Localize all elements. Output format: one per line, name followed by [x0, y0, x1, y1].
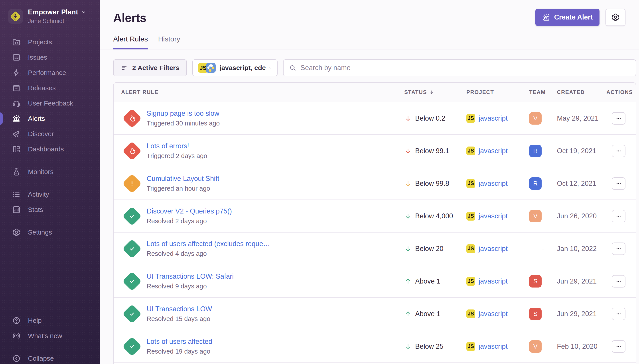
check-icon: [128, 342, 136, 351]
search-icon: [289, 64, 296, 72]
alert-rule-link[interactable]: Cumulative Layout Shift: [147, 175, 219, 183]
alert-rule-status-text: Triggered 30 minutes ago: [147, 120, 220, 127]
sidebar-item-label: Alerts: [28, 115, 45, 122]
project-link[interactable]: javascript: [479, 342, 508, 350]
project-link[interactable]: javascript: [479, 245, 508, 253]
javascript-platform-icon: JS: [466, 179, 475, 188]
alerts-settings-button[interactable]: [605, 9, 625, 26]
alert-severity-icon: [122, 142, 142, 160]
javascript-platform-icon: JS: [466, 244, 475, 253]
row-actions-button[interactable]: [612, 210, 625, 222]
sidebar-footer: Help What's new Collapse: [0, 313, 100, 364]
sidebar-item[interactable]: Settings: [0, 224, 100, 240]
row-actions-button[interactable]: [612, 112, 625, 124]
empower-plant-logo-icon: [9, 10, 22, 23]
project-selector-label: javascript, cdc: [219, 64, 266, 72]
active-filters-button[interactable]: 2 Active Filters: [113, 60, 187, 76]
ellipsis-icon: [615, 148, 622, 154]
tab[interactable]: Alert Rules: [113, 35, 148, 49]
created-date: Feb 10, 2020: [557, 342, 606, 350]
chevron-down-icon: [269, 64, 272, 71]
ellipsis-icon: [615, 343, 622, 350]
created-date: Oct 12, 2021: [557, 180, 606, 188]
row-actions-button[interactable]: [612, 177, 625, 190]
sidebar-item-label: Releases: [28, 84, 56, 92]
sidebar-item-label: Discover: [28, 130, 54, 138]
team-badge: S: [529, 308, 542, 320]
created-date: May 29, 2021: [557, 114, 606, 122]
row-actions-button[interactable]: [612, 340, 625, 353]
sidebar-item-label: Monitors: [28, 168, 54, 176]
alert-rule-link[interactable]: Lots of users affected: [147, 338, 212, 346]
alert-rule-status-text: Resolved 2 days ago: [147, 218, 232, 225]
sidebar-item[interactable]: Dashboards: [0, 142, 100, 157]
column-header[interactable]: Project: [466, 89, 529, 95]
sidebar-item[interactable]: Issues: [0, 50, 100, 65]
alert-rule-link[interactable]: Signup page is too slow: [147, 110, 220, 118]
sidebar-item[interactable]: Activity: [0, 187, 100, 202]
created-date: Jun 29, 2021: [557, 310, 606, 318]
filter-icon: [121, 64, 128, 72]
sidebar-item-label: Issues: [28, 54, 47, 61]
dashboards-icon: [12, 145, 21, 154]
sidebar-footer-item[interactable]: What's new: [0, 328, 100, 344]
column-header[interactable]: Alert Rule: [114, 89, 404, 95]
sidebar-item[interactable]: Projects: [0, 34, 100, 50]
row-actions-button[interactable]: [612, 308, 625, 320]
team-badge: S: [529, 275, 542, 288]
alert-rule-link[interactable]: Discover V2 - Queries p75(): [147, 207, 232, 215]
sidebar-item[interactable]: Releases: [0, 80, 100, 96]
flame-icon: [128, 147, 136, 155]
status-value: Below 0.2: [415, 114, 445, 122]
sidebar-item[interactable]: User Feedback: [0, 96, 100, 111]
team-badge: -: [529, 245, 557, 253]
column-header[interactable]: Created: [557, 89, 606, 95]
sidebar-item[interactable]: Stats: [0, 202, 100, 217]
org-switcher[interactable]: Empower Plant Jane Schmidt: [0, 0, 100, 24]
sidebar-item[interactable]: Alerts: [0, 111, 100, 126]
sidebar-item[interactable]: Monitors: [0, 164, 100, 179]
sidebar-item-label: User Feedback: [28, 100, 73, 107]
help-icon: [12, 316, 21, 325]
project-link[interactable]: javascript: [479, 147, 508, 155]
javascript-platform-icon: JS: [466, 277, 475, 286]
column-header[interactable]: Team: [529, 89, 557, 95]
org-name: Empower Plant: [28, 8, 78, 16]
down-icon: [404, 212, 412, 220]
sidebar-item-label: What's new: [28, 332, 62, 340]
project-link[interactable]: javascript: [479, 310, 508, 318]
javascript-platform-icon: JS: [466, 114, 475, 123]
flame-icon: [128, 114, 136, 122]
exclaim-icon: [128, 179, 136, 188]
sidebar-footer-item[interactable]: Collapse: [0, 351, 100, 364]
status-value: Above 1: [415, 310, 440, 318]
search-input[interactable]: [300, 64, 630, 72]
alert-rule-link[interactable]: UI Transactions LOW: Safari: [147, 272, 234, 280]
alert-rule-status-text: Triggered an hour ago: [147, 185, 219, 192]
collapse-icon: [12, 354, 21, 363]
tab[interactable]: History: [158, 35, 180, 49]
project-selector-dropdown[interactable]: JS javascript, cdc: [192, 60, 277, 76]
project-link[interactable]: javascript: [479, 180, 508, 188]
row-actions-button[interactable]: [612, 145, 625, 157]
status-value: Below 20: [415, 245, 444, 253]
team-badge: V: [529, 210, 542, 222]
sidebar-item[interactable]: Performance: [0, 65, 100, 80]
row-actions-button[interactable]: [612, 275, 625, 288]
siren-icon: [542, 13, 550, 22]
alert-rule-link[interactable]: UI Transactions LOW: [147, 305, 212, 313]
project-link[interactable]: javascript: [479, 114, 508, 122]
sidebar-footer-item[interactable]: Help: [0, 313, 100, 328]
project-link[interactable]: javascript: [479, 277, 508, 285]
column-header[interactable]: Status: [404, 89, 466, 95]
column-header[interactable]: Actions: [606, 89, 636, 95]
alert-rule-link[interactable]: Lots of errors!: [147, 142, 207, 150]
row-actions-button[interactable]: [612, 242, 625, 255]
sidebar-item[interactable]: Discover: [0, 126, 100, 142]
created-date: Jan 10, 2022: [557, 245, 606, 253]
project-link[interactable]: javascript: [479, 212, 508, 220]
down-icon: [404, 147, 412, 155]
alert-rule-link[interactable]: Lots of users affected (excludes reque…: [147, 240, 270, 248]
active-indicator: [0, 112, 3, 125]
create-alert-button[interactable]: Create Alert: [535, 9, 599, 26]
